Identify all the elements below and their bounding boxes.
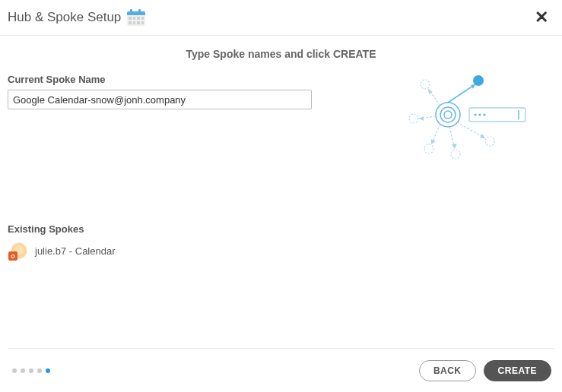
step-dot — [12, 368, 17, 373]
svg-line-19 — [457, 122, 485, 138]
step-dot — [21, 368, 25, 373]
dialog-header: Hub & Spoke Setup ✕ — [0, 0, 562, 36]
hub-spoke-illustration — [402, 69, 532, 160]
step-dot — [29, 368, 33, 373]
svg-marker-12 — [428, 89, 433, 94]
svg-point-24 — [483, 113, 485, 115]
svg-marker-18 — [452, 144, 457, 149]
svg-point-4 — [421, 80, 430, 89]
svg-line-9 — [448, 84, 475, 103]
svg-point-6 — [424, 144, 433, 153]
svg-rect-21 — [469, 108, 525, 122]
svg-point-23 — [478, 113, 481, 115]
outlook-badge-icon: O — [8, 251, 17, 261]
instruction-text: Type Spoke names and click CREATE — [0, 36, 562, 68]
dialog-footer: BACK CREATE — [0, 352, 562, 392]
content-area: Current Spoke Name Existing Spokes O — [0, 74, 562, 259]
svg-point-2 — [444, 111, 452, 119]
spoke-avatar-icon: O — [11, 242, 27, 259]
existing-spoke-item: O julie.b7 - Calendar — [8, 242, 554, 259]
svg-marker-14 — [419, 116, 424, 121]
svg-point-1 — [440, 107, 456, 122]
current-spoke-input[interactable] — [8, 90, 312, 109]
footer-buttons: BACK CREATE — [419, 360, 551, 381]
svg-point-7 — [451, 150, 460, 159]
back-button[interactable]: BACK — [419, 360, 476, 381]
create-button[interactable]: CREATE — [484, 360, 551, 381]
svg-point-0 — [436, 103, 460, 127]
header-left: Hub & Spoke Setup — [8, 9, 145, 26]
dialog-title: Hub & Spoke Setup — [8, 10, 121, 25]
step-dot-active — [46, 368, 50, 373]
svg-point-22 — [474, 113, 476, 115]
existing-spokes-label: Existing Spokes — [8, 223, 554, 235]
svg-point-5 — [409, 114, 418, 123]
svg-point-8 — [485, 137, 494, 146]
step-indicator — [12, 368, 50, 373]
calendar-icon — [127, 9, 145, 26]
step-dot — [37, 368, 42, 373]
spoke-name: julie.b7 - Calendar — [35, 245, 116, 257]
close-icon[interactable]: ✕ — [532, 8, 551, 27]
